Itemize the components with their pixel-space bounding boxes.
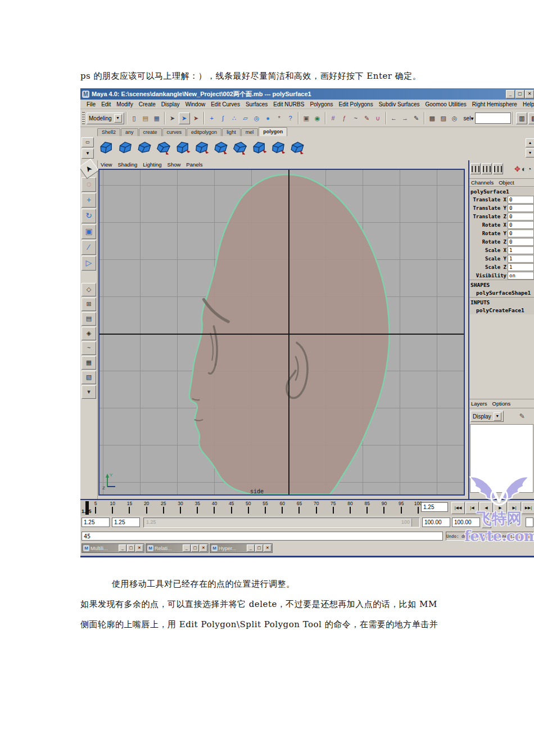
select-tool[interactable]: ➤: [80, 159, 99, 179]
time-tick[interactable]: 25: [160, 501, 168, 516]
shelf-tab-curves[interactable]: curves: [162, 128, 187, 136]
menu-display[interactable]: Display: [159, 101, 183, 107]
menu-help[interactable]: Help: [520, 101, 534, 107]
menu-surfaces[interactable]: Surfaces: [243, 101, 270, 107]
channel-menu-object[interactable]: Object: [499, 179, 514, 186]
menu-edit-curves[interactable]: Edit Curves: [208, 101, 243, 107]
menu-edit[interactable]: Edit: [98, 101, 114, 107]
minimize-button[interactable]: _: [119, 544, 126, 552]
last-tool[interactable]: ▷: [82, 256, 96, 271]
quick-select-label[interactable]: sel▾: [464, 115, 474, 122]
channel-attr-value[interactable]: 0: [508, 196, 534, 204]
channel-attr-value[interactable]: on: [508, 272, 534, 280]
menu-goomoo-utilities[interactable]: Goomoo Utilities: [423, 101, 469, 107]
extra-panel-icon[interactable]: ◔: [527, 165, 532, 173]
render-globals-icon[interactable]: ◎: [450, 113, 460, 124]
time-tick[interactable]: 35: [193, 501, 201, 516]
lock-selection-icon[interactable]: ▣: [301, 113, 311, 124]
menu-modify[interactable]: Modify: [114, 101, 135, 107]
shelf-polygon-tool-icon[interactable]: [135, 138, 153, 157]
panel-menu-show[interactable]: Show: [168, 161, 184, 168]
command-line-input[interactable]: [82, 532, 443, 541]
time-tick[interactable]: 95: [397, 501, 405, 516]
animation-end-field[interactable]: 100.00: [452, 518, 480, 527]
panel-menu-panels[interactable]: Panels: [186, 161, 206, 168]
shelf-tab-polygon[interactable]: polygon: [259, 127, 287, 136]
channel-attr-value[interactable]: 0: [508, 221, 534, 229]
shelf-tab-create[interactable]: create: [139, 128, 162, 136]
snap-grid-icon[interactable]: +: [207, 113, 217, 124]
go-to-end-button[interactable]: ▶▶|: [522, 502, 534, 514]
persp-multi-layout-button[interactable]: ▧: [82, 371, 96, 384]
current-time-field[interactable]: 1.25: [421, 502, 448, 512]
menu-edit-nurbs[interactable]: Edit NURBS: [270, 101, 307, 107]
channel-attr-value[interactable]: 0: [508, 230, 534, 237]
save-scene-icon[interactable]: ▦: [152, 113, 162, 124]
step-forward-frame-button[interactable]: ▶|: [508, 502, 521, 514]
shape-node-name[interactable]: polySurfaceShape1: [469, 289, 534, 297]
channel-node-name[interactable]: polySurface1: [469, 187, 534, 195]
minimized-window-hyper-[interactable]: MHyper..._▢✕: [210, 543, 273, 553]
time-tick[interactable]: 75: [329, 501, 337, 516]
quick-select-input[interactable]: [475, 112, 511, 124]
playback-start-field[interactable]: 1.25: [112, 518, 140, 527]
select-hierarchy-icon[interactable]: ➤: [168, 113, 178, 124]
restore-button[interactable]: ▢: [127, 544, 135, 552]
input-line-icon[interactable]: ƒ: [340, 113, 350, 124]
shelf-polygon-tool-icon[interactable]: [193, 138, 211, 157]
restore-button[interactable]: ▢: [515, 90, 524, 98]
time-tick[interactable]: 15: [125, 501, 133, 516]
channel-hyperbolic-icon[interactable]: [493, 163, 503, 174]
shelf-tab-shell2[interactable]: Shell2: [97, 128, 120, 136]
open-scene-icon[interactable]: ▤: [141, 113, 151, 124]
stage-icon[interactable]: ◐: [522, 165, 526, 173]
shelf-tab-editpolygon[interactable]: editpolygon: [187, 128, 221, 136]
time-tick[interactable]: 50: [245, 501, 252, 516]
shelf-tab-light[interactable]: light: [222, 128, 241, 136]
minimize-button[interactable]: _: [506, 90, 515, 98]
step-back-key-button[interactable]: |◀: [465, 502, 479, 514]
menu-set-selector[interactable]: Modeling ▾: [87, 112, 124, 124]
channel-attr-value[interactable]: 0: [508, 213, 534, 220]
channel-attr-value[interactable]: 1: [508, 255, 534, 263]
time-tick[interactable]: 90: [380, 501, 388, 516]
auto-key-icon[interactable]: -0: [506, 518, 512, 525]
menu-file[interactable]: File: [84, 101, 98, 107]
shelf-scroll-down-icon[interactable]: ▾: [526, 148, 534, 158]
time-tick[interactable]: 65: [295, 501, 303, 516]
close-button[interactable]: ✕: [135, 544, 143, 552]
persp-outliner-layout-button[interactable]: ▤: [82, 312, 96, 326]
show-manipulator-tool[interactable]: ∕: [82, 240, 96, 255]
select-object-icon[interactable]: ➤: [179, 112, 190, 124]
shelf-polygon-tool-icon[interactable]: [288, 138, 306, 157]
layers-mode-selector[interactable]: Display ▾: [470, 411, 504, 422]
anim-prefs-field[interactable]: [526, 518, 533, 527]
keyframe-auto-icon[interactable]: ◉: [313, 113, 323, 124]
shelf-polygon-tool-icon[interactable]: [269, 138, 287, 157]
help-mode-icon[interactable]: ?: [286, 113, 296, 124]
layers-menu-options[interactable]: Options: [492, 400, 511, 407]
operations-icon[interactable]: ~: [351, 113, 361, 124]
time-tick[interactable]: 70: [313, 501, 320, 516]
scale-tool[interactable]: ▣: [82, 224, 96, 239]
hypershade-layout-button[interactable]: ▦: [82, 356, 96, 370]
minimize-button[interactable]: _: [183, 544, 191, 552]
step-back-frame-button[interactable]: ◀: [479, 502, 493, 514]
close-button[interactable]: ✕: [264, 544, 271, 552]
input-node-name[interactable]: polyCreateFace1: [469, 306, 534, 314]
time-tick[interactable]: 5: [92, 501, 99, 516]
time-tick[interactable]: 10: [108, 501, 116, 516]
channel-attr-value[interactable]: 1: [508, 263, 534, 271]
manipulator-icon[interactable]: ✥: [514, 165, 521, 173]
single-pane-layout-button[interactable]: ◇: [82, 283, 96, 296]
show-panel-icon[interactable]: ▧: [528, 112, 534, 124]
restore-button[interactable]: ▢: [191, 544, 199, 552]
time-tick[interactable]: 30: [177, 501, 184, 516]
shelf-scroll-up-icon[interactable]: ▴: [526, 138, 534, 147]
panel-menu-shading[interactable]: Shading: [117, 161, 141, 168]
snap-center-icon[interactable]: *: [274, 113, 284, 124]
four-pane-layout-button[interactable]: ⊞: [82, 298, 96, 311]
close-button[interactable]: ✕: [525, 90, 534, 98]
shelf-menu-button[interactable]: ▭: [82, 137, 94, 147]
play-forward-button[interactable]: ▶: [494, 502, 507, 514]
